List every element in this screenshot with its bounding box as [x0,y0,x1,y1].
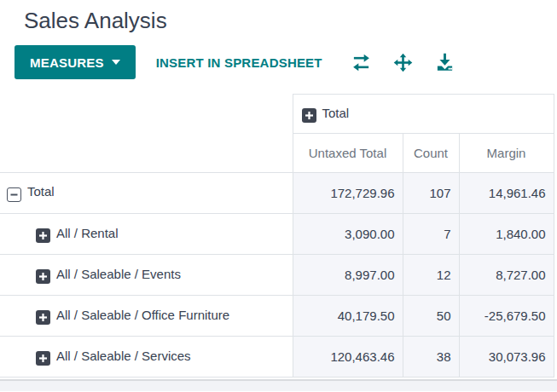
cell-count: 7 [403,214,459,255]
row-header-events[interactable]: All / Saleable / Events [0,255,293,296]
cell-untaxed-total: 40,179.50 [293,296,403,337]
insert-in-spreadsheet-button[interactable]: INSERT IN SPREADSHEET [156,55,322,70]
pivot-row-total: Total 172,729.96 107 14,961.46 [0,173,554,214]
cell-margin: 1,840.00 [459,214,554,255]
row-label: All / Saleable / Office Furniture [56,308,229,322]
cell-count: 50 [403,296,459,337]
cell-margin: 30,073.96 [459,337,554,378]
cell-count: 107 [403,173,459,214]
expand-icon[interactable] [36,228,50,243]
cell-untaxed-total: 172,729.96 [293,173,403,214]
flip-axis-icon [351,53,371,72]
table-footer-strip [0,379,557,391]
cell-untaxed-total: 8,997.00 [293,255,403,296]
row-label: All / Saleable / Events [56,267,181,281]
measure-header-untaxed-total[interactable]: Untaxed Total [293,134,403,173]
row-label: All / Saleable / Services [56,349,191,363]
row-header-office-furniture[interactable]: All / Saleable / Office Furniture [0,296,293,337]
column-group-header-total[interactable]: Total [293,95,554,134]
pivot-row-rental: All / Rental 3,090.00 7 1,840.00 [0,214,554,255]
expand-icon[interactable] [302,108,316,123]
pivot-row-services: All / Saleable / Services 120,463.46 38 … [0,337,554,378]
row-header-rental[interactable]: All / Rental [0,214,293,255]
pivot-row-events: All / Saleable / Events 8,997.00 12 8,72… [0,255,554,296]
measures-button-label: MEASURES [30,55,104,70]
download-icon [435,53,455,72]
page-title: Sales Analysis [0,0,557,34]
cell-untaxed-total: 3,090.00 [293,214,403,255]
expand-icon[interactable] [36,351,50,366]
row-header-total[interactable]: Total [0,173,293,214]
corner-cell [0,95,293,173]
flip-axis-button[interactable] [350,51,373,74]
cell-margin: -25,679.50 [459,296,554,337]
pivot-row-office-furniture: All / Saleable / Office Furniture 40,179… [0,296,554,337]
download-button[interactable] [433,51,456,74]
column-group-header-row: Total [0,95,554,134]
column-group-label: Total [322,106,350,120]
row-header-services[interactable]: All / Saleable / Services [0,337,293,378]
pivot-table: Total Untaxed Total Count Margin Total 1… [0,94,554,378]
chevron-down-icon [112,60,120,65]
cell-untaxed-total: 120,463.46 [293,337,403,378]
expand-all-icon [393,53,413,72]
cell-margin: 14,961.46 [459,173,554,214]
measure-header-count[interactable]: Count [403,134,459,173]
toolbar: MEASURES INSERT IN SPREADSHEET [15,45,557,79]
collapse-icon[interactable] [7,187,21,202]
measure-header-margin[interactable]: Margin [459,134,554,173]
cell-margin: 8,727.00 [459,255,554,296]
expand-all-button[interactable] [392,51,415,74]
row-label: All / Rental [56,226,119,240]
expand-icon[interactable] [36,269,50,284]
pivot-view: Sales Analysis MEASURES INSERT IN SPREAD… [0,0,557,392]
cell-count: 38 [403,337,459,378]
measures-button[interactable]: MEASURES [15,45,136,79]
expand-icon[interactable] [36,310,50,325]
row-label: Total [27,184,55,199]
cell-count: 12 [403,255,459,296]
